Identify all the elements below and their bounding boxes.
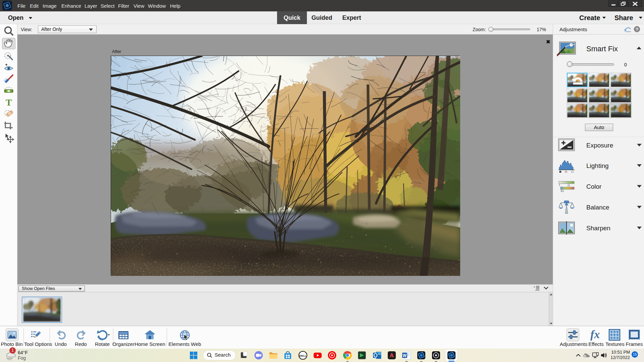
svg-text:DELL: DELL (300, 354, 307, 357)
svg-text:A: A (390, 352, 394, 359)
svg-text:W: W (403, 353, 407, 358)
svg-text:?: ? (636, 27, 638, 32)
svg-text:T: T (6, 97, 12, 108)
svg-text:fx: fx (590, 328, 600, 341)
